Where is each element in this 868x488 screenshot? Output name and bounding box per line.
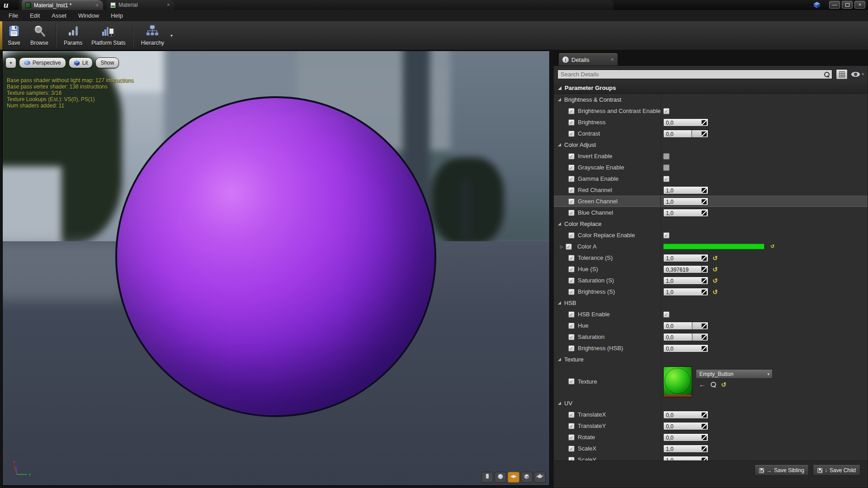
texture-thumbnail[interactable] — [663, 366, 692, 397]
save-sibling-button[interactable]: → Save Sibling — [755, 465, 809, 476]
spinner-icon[interactable] — [702, 324, 707, 328]
preview-viewport[interactable]: ▾ Perspective Lit Show Base pass shader … — [2, 51, 550, 486]
use-selected-asset-icon[interactable]: ← — [699, 381, 706, 388]
spinner-icon[interactable] — [702, 199, 707, 204]
param-enable-checkbox[interactable]: ✓ — [568, 311, 575, 318]
number-input[interactable]: 1,0 — [663, 209, 708, 217]
param-enable-checkbox[interactable]: ✓ — [568, 457, 575, 461]
number-input[interactable]: 1,0 — [663, 288, 708, 296]
value-checkbox[interactable] — [663, 153, 670, 160]
reset-to-default-icon[interactable]: ↺ — [721, 381, 726, 388]
param-row-grayscale-enable[interactable]: ✓Grayscale Enable — [554, 162, 868, 173]
parameter-groups-header[interactable]: Parameter Groups — [554, 82, 868, 94]
minimize-button[interactable]: — — [829, 1, 840, 9]
spinner-icon[interactable] — [702, 424, 707, 429]
value-checkbox[interactable]: ✓ — [663, 311, 670, 318]
expander-arrow-icon[interactable]: ▷ — [560, 244, 563, 249]
number-input[interactable]: 1,0 — [663, 277, 708, 285]
param-row-brightness[interactable]: ✓Brightness0,0 — [554, 117, 868, 128]
param-row-green-channel[interactable]: ✓Green Channel1,0 — [554, 196, 868, 207]
menu-edit[interactable]: Edit — [24, 10, 46, 21]
toolbar-button-hierarchy[interactable]: Hierarchy — [137, 21, 169, 50]
value-checkbox[interactable] — [663, 164, 670, 171]
group-header-uv[interactable]: UV — [554, 398, 868, 409]
column-divider[interactable] — [660, 94, 661, 460]
param-row-texture[interactable]: ✓TextureEmpty_Button▾←↺ — [554, 365, 868, 398]
perspective-button[interactable]: Perspective — [19, 57, 66, 68]
param-row-hue[interactable]: ✓Hue0,0 — [554, 320, 868, 331]
param-enable-checkbox[interactable]: ✓ — [568, 164, 575, 171]
param-row-red-channel[interactable]: ✓Red Channel1,0 — [554, 184, 868, 196]
param-row-contrast[interactable]: ✓Contrast0,0 — [554, 128, 868, 139]
view-options-button[interactable]: ▾ — [851, 72, 864, 77]
param-enable-checkbox[interactable]: ✓ — [568, 119, 575, 126]
param-enable-checkbox[interactable]: ✓ — [568, 434, 575, 441]
spinner-icon[interactable] — [702, 346, 707, 351]
show-menu-button[interactable]: Show — [95, 57, 119, 68]
param-enable-checkbox[interactable]: ✓ — [568, 423, 575, 429]
number-input[interactable]: 1,0 — [663, 186, 708, 194]
search-input[interactable]: Search Details — [557, 70, 832, 79]
menu-help[interactable]: Help — [105, 10, 129, 21]
spinner-icon[interactable] — [702, 131, 707, 136]
value-checkbox[interactable]: ✓ — [663, 108, 670, 114]
number-input[interactable]: 1,0 — [663, 456, 708, 461]
reset-to-default-icon[interactable]: ↺ — [770, 244, 774, 249]
group-header-color-replace[interactable]: Color Replace — [554, 218, 868, 230]
close-icon[interactable]: × — [167, 2, 170, 8]
param-row-brightness-s[interactable]: ✓Brightness (S)1,0↺ — [554, 286, 868, 297]
spinner-icon[interactable] — [702, 120, 707, 125]
param-enable-checkbox[interactable]: ✓ — [568, 446, 575, 452]
menu-file[interactable]: File — [3, 10, 24, 21]
param-enable-checkbox[interactable]: ✓ — [568, 334, 575, 340]
number-input[interactable]: 0,0 — [663, 130, 708, 138]
param-row-scaley[interactable]: ✓ScaleY1,0 — [554, 454, 868, 460]
viewport-options-button[interactable]: ▾ — [5, 57, 16, 68]
preview-mesh-sphere-button[interactable] — [495, 472, 506, 483]
restore-button[interactable] — [842, 1, 853, 9]
reset-to-default-icon[interactable]: ↺ — [712, 289, 718, 295]
browse-to-asset-icon[interactable] — [711, 382, 716, 387]
number-input[interactable]: 1,0 — [663, 254, 708, 262]
reset-to-default-icon[interactable]: ↺ — [712, 277, 718, 284]
param-row-translatey[interactable]: ✓TranslateY0,0 — [554, 420, 868, 432]
hierarchy-dropdown-icon[interactable]: ▾ — [170, 33, 173, 38]
value-checkbox[interactable]: ✓ — [663, 176, 670, 182]
param-enable-checkbox[interactable]: ✓ — [568, 255, 575, 261]
spinner-icon[interactable] — [702, 446, 707, 451]
param-enable-checkbox[interactable]: ✓ — [568, 345, 575, 352]
param-row-blue-channel[interactable]: ✓Blue Channel1,0 — [554, 207, 868, 218]
param-enable-checkbox[interactable]: ✓ — [566, 244, 572, 250]
param-enable-checkbox[interactable]: ✓ — [568, 323, 575, 329]
group-header-texture[interactable]: Texture — [554, 354, 868, 365]
spinner-icon[interactable] — [702, 290, 707, 295]
param-enable-checkbox[interactable]: ✓ — [568, 187, 575, 193]
param-row-color-a[interactable]: ▷✓Color A↺ — [554, 241, 868, 252]
preview-mesh-plane-button[interactable] — [508, 472, 519, 483]
spinner-icon[interactable] — [702, 413, 707, 418]
spinner-icon[interactable] — [702, 211, 707, 216]
close-button[interactable]: × — [854, 1, 865, 9]
param-enable-checkbox[interactable]: ✓ — [568, 378, 575, 385]
close-icon[interactable]: × — [611, 56, 614, 63]
param-row-rotate[interactable]: ✓Rotate0,0 — [554, 432, 868, 443]
param-enable-checkbox[interactable]: ✓ — [568, 210, 575, 216]
menu-asset[interactable]: Asset — [46, 10, 72, 21]
param-row-color-replace-enable[interactable]: ✓Color Replace Enable✓ — [554, 230, 868, 241]
number-input[interactable]: 0,0 — [663, 422, 708, 430]
close-icon[interactable]: × — [95, 3, 99, 8]
param-enable-checkbox[interactable]: ✓ — [568, 412, 575, 418]
number-input[interactable]: 0,0 — [663, 344, 708, 352]
spinner-icon[interactable] — [702, 278, 707, 283]
number-input[interactable]: 0,0 — [663, 118, 708, 127]
param-enable-checkbox[interactable]: ✓ — [568, 198, 575, 205]
number-input[interactable]: 0,0 — [663, 433, 708, 441]
tab-material-inst1[interactable]: Material_Inst1 * × — [22, 0, 103, 10]
param-row-scalex[interactable]: ✓ScaleX1,0 — [554, 443, 868, 454]
reset-to-default-icon[interactable]: ↺ — [712, 266, 718, 272]
number-input[interactable]: 1,0 — [663, 197, 708, 206]
spinner-icon[interactable] — [702, 267, 707, 272]
toolbar-button-params[interactable]: Params — [59, 21, 87, 50]
param-row-hsb-enable[interactable]: ✓HSB Enable✓ — [554, 309, 868, 320]
group-header-hsb[interactable]: HSB — [554, 297, 868, 309]
